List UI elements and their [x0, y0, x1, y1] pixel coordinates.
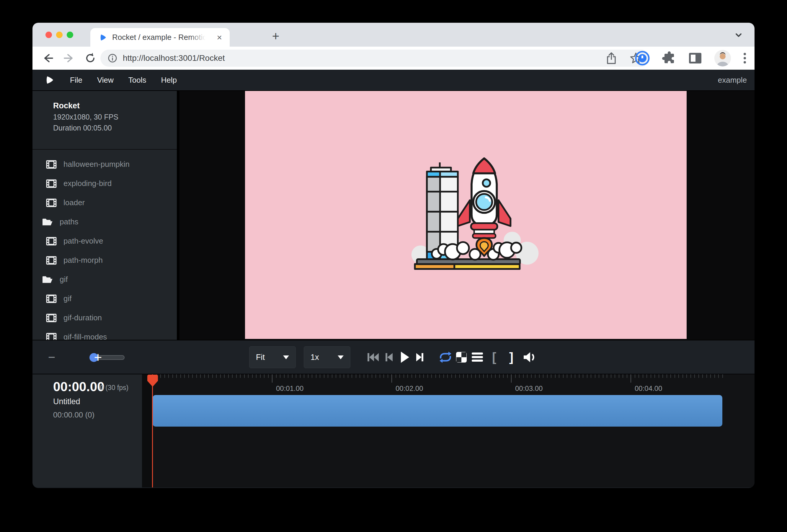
fullscreen-window-button[interactable] [67, 31, 73, 38]
playhead-pin[interactable] [147, 374, 158, 387]
previous-frame-button[interactable] [384, 351, 394, 363]
sidebar-composition-exploding-bird[interactable]: exploding-bird [33, 174, 177, 193]
menu-item-file[interactable]: File [63, 76, 90, 85]
ruler-minor-tick [264, 374, 264, 378]
timeline-track-area[interactable]: 00:01.0000:02.0000:03.0000:04.00 [142, 374, 754, 487]
menu-item-view[interactable]: View [90, 76, 121, 85]
timeline-origin-shade [142, 374, 152, 487]
ruler-minor-tick [575, 374, 575, 378]
ruler-minor-tick [615, 374, 615, 378]
ruler-minor-tick [555, 374, 556, 378]
profile-avatar[interactable] [715, 50, 731, 66]
sidebar-folder-paths[interactable]: paths [33, 212, 177, 231]
share-icon[interactable] [606, 52, 617, 65]
ruler-minor-tick [308, 374, 309, 378]
close-window-button[interactable] [45, 31, 52, 38]
sidebar-composition-gif-duration[interactable]: gif-duration [33, 308, 177, 327]
back-icon[interactable] [41, 52, 54, 64]
tab-search-chevron-icon[interactable] [733, 31, 744, 39]
composition-resolution: 1920x1080, 30 FPS [53, 112, 177, 123]
ruler-minor-tick [523, 374, 524, 378]
composition-list: halloween-pumpkinexploding-birdloaderpat… [33, 155, 177, 340]
menu-item-tools[interactable]: Tools [121, 76, 154, 85]
forward-icon[interactable] [63, 52, 76, 64]
macos-window-controls[interactable] [45, 31, 73, 38]
sidebar-folder-gif[interactable]: gif [33, 270, 177, 289]
ruler-minor-tick [232, 374, 233, 378]
ruler-minor-tick [507, 374, 508, 378]
sidebar-composition-gif-fill-modes[interactable]: gif-fill-modes [33, 327, 177, 340]
ruler-time-label: 00:02.00 [396, 384, 423, 393]
browser-toolbar: http://localhost:3001/Rocket [33, 47, 754, 70]
ruler-minor-tick [622, 374, 623, 378]
timeline-zoom-in-button[interactable]: + [94, 349, 102, 365]
ruler-minor-tick [710, 374, 711, 378]
size-select-caret-icon [283, 356, 289, 359]
ruler-minor-tick [559, 374, 559, 378]
timeline-info-panel: 00:00.00 0 (30 fps) Untitled 00:00.00 (0… [33, 374, 142, 487]
ruler-minor-tick [627, 374, 627, 378]
browser-menu-kebab-icon[interactable] [743, 52, 747, 65]
ruler-minor-tick [655, 374, 655, 378]
folder-open-icon [41, 275, 53, 284]
ruler-minor-tick [296, 374, 296, 378]
extensions-puzzle-icon[interactable] [662, 51, 676, 65]
ruler-minor-tick [340, 374, 340, 378]
film-strip-icon [46, 333, 57, 340]
transparency-checkerboard-button[interactable] [455, 351, 468, 363]
minimize-window-button[interactable] [56, 31, 63, 38]
out-point-button[interactable]: ] [509, 350, 513, 364]
loop-toggle-button[interactable] [438, 351, 453, 364]
sidebar-composition-path-evolve[interactable]: path-evolve [33, 231, 177, 251]
studio-menu-bar: FileViewToolsHelp example [33, 70, 754, 91]
timeline-track-bar[interactable] [153, 395, 722, 427]
new-tab-button[interactable]: + [268, 28, 284, 45]
video-canvas[interactable] [245, 91, 687, 339]
ruler-minor-tick [483, 374, 484, 378]
playhead-line[interactable] [152, 374, 153, 487]
url-bar[interactable]: http://localhost:3001/Rocket [100, 49, 650, 67]
sidebar-composition-halloween-pumpkin[interactable]: halloween-pumpkin [33, 155, 177, 174]
current-frame-display: 0 (30 fps) [100, 384, 128, 392]
sidebar-composition-path-morph[interactable]: path-morph [33, 251, 177, 270]
sidebar-item-label: gif [60, 275, 68, 284]
ruler-minor-tick [702, 374, 703, 378]
volume-button[interactable] [523, 351, 537, 364]
jump-to-start-button[interactable] [366, 351, 380, 363]
ruler-minor-tick [244, 374, 245, 378]
ruler-minor-tick [471, 374, 472, 378]
ruler-minor-tick [300, 374, 300, 378]
reload-icon[interactable] [84, 52, 97, 65]
menu-item-help[interactable]: Help [154, 76, 184, 85]
ruler-minor-tick [160, 374, 161, 378]
ruler-minor-tick [666, 374, 667, 378]
playback-speed-select[interactable]: 1x [304, 346, 350, 368]
onepassword-extension-icon[interactable] [635, 50, 650, 66]
ruler-minor-tick [200, 374, 201, 378]
play-button[interactable] [399, 351, 410, 364]
sidebar-preview-divider[interactable] [177, 91, 179, 340]
sidebar-toggle-icon[interactable] [688, 52, 703, 65]
speed-select-caret-icon [338, 356, 344, 359]
ruler-minor-tick [646, 374, 647, 378]
rich-timeline-toggle-button[interactable] [471, 352, 484, 363]
next-frame-button[interactable] [415, 351, 425, 363]
sidebar-item-label: halloween-pumpkin [63, 160, 130, 169]
site-info-icon[interactable] [107, 53, 118, 63]
sidebar-item-label: exploding-bird [63, 179, 112, 188]
ruler-major-tick [272, 374, 273, 383]
canvas-size-select[interactable]: Fit [249, 346, 296, 368]
ruler-minor-tick [551, 374, 551, 378]
timeline-zoom-out-button[interactable]: − [48, 350, 56, 364]
sidebar-composition-gif[interactable]: gif [33, 289, 177, 308]
ruler-minor-tick [706, 374, 707, 378]
tab-close-icon[interactable]: × [215, 33, 224, 42]
in-point-button[interactable]: [ [492, 350, 496, 364]
film-strip-icon [46, 160, 57, 169]
browser-tab[interactable]: Rocket / example - Remotion P × [90, 28, 230, 47]
remotion-logo-icon[interactable] [45, 75, 54, 85]
sidebar-item-label: gif-duration [63, 313, 102, 322]
film-strip-icon [46, 179, 57, 188]
sidebar-composition-loader[interactable]: loader [33, 193, 177, 212]
ruler-minor-tick [284, 374, 284, 378]
